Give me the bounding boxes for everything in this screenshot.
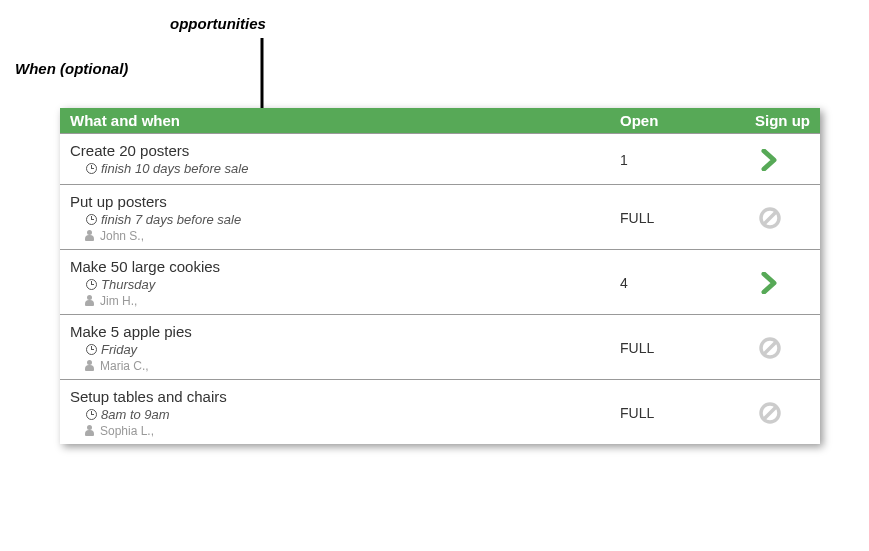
signup-full	[730, 206, 810, 230]
task-who: Jim H.,	[84, 294, 620, 308]
chevron-right-icon	[760, 149, 780, 171]
prohibit-icon	[758, 401, 782, 425]
prohibit-icon	[758, 336, 782, 360]
clock-icon	[86, 163, 97, 174]
task-title: Setup tables and chairs	[70, 388, 620, 405]
signup-full	[730, 336, 810, 360]
person-icon	[84, 425, 96, 437]
task-when-text: 8am to 9am	[101, 407, 170, 422]
task-title: Put up posters	[70, 193, 620, 210]
task-when-text: Thursday	[101, 277, 155, 292]
task-title: Create 20 posters	[70, 142, 620, 159]
task-who-text: Jim H.,	[100, 294, 137, 308]
task-who-text: Maria C.,	[100, 359, 149, 373]
annotation-top-line2: opportunities	[170, 15, 266, 32]
task-open: FULL	[620, 340, 730, 356]
svg-line-4	[764, 342, 776, 354]
task-who: John S.,	[84, 229, 620, 243]
signup-action[interactable]	[730, 149, 810, 171]
table-row: Put up posters finish 7 days before sale…	[60, 184, 820, 249]
person-icon	[84, 360, 96, 372]
prohibit-icon	[758, 206, 782, 230]
signup-full	[730, 401, 810, 425]
task-open: FULL	[620, 210, 730, 226]
task-title: Make 5 apple pies	[70, 323, 620, 340]
chevron-right-icon	[760, 272, 780, 294]
table-header: What and when Open Sign up	[60, 108, 820, 133]
task-who: Maria C.,	[84, 359, 620, 373]
task-when: 8am to 9am	[86, 407, 620, 422]
task-title: Make 50 large cookies	[70, 258, 620, 275]
clock-icon	[86, 344, 97, 355]
person-icon	[84, 230, 96, 242]
task-when: Friday	[86, 342, 620, 357]
table-row: Make 5 apple pies Friday Maria C., FULL	[60, 314, 820, 379]
table-row: Create 20 posters finish 10 days before …	[60, 133, 820, 184]
task-when: Thursday	[86, 277, 620, 292]
person-icon	[84, 295, 96, 307]
signup-table: What and when Open Sign up Create 20 pos…	[60, 108, 820, 444]
svg-line-2	[764, 212, 776, 224]
header-open: Open	[620, 112, 730, 129]
header-what-when: What and when	[70, 112, 620, 129]
task-when: finish 7 days before sale	[86, 212, 620, 227]
table-row: Make 50 large cookies Thursday Jim H., 4	[60, 249, 820, 314]
signup-action[interactable]	[730, 272, 810, 294]
task-who: Sophia L.,	[84, 424, 620, 438]
task-open: 1	[620, 152, 730, 168]
clock-icon	[86, 409, 97, 420]
task-when: finish 10 days before sale	[86, 161, 620, 176]
clock-icon	[86, 279, 97, 290]
svg-line-6	[764, 407, 776, 419]
task-when-text: finish 10 days before sale	[101, 161, 248, 176]
task-who-text: Sophia L.,	[100, 424, 154, 438]
table-row: Setup tables and chairs 8am to 9am Sophi…	[60, 379, 820, 444]
task-when-text: finish 7 days before sale	[101, 212, 241, 227]
task-who-text: John S.,	[100, 229, 144, 243]
task-when-text: Friday	[101, 342, 137, 357]
header-signup: Sign up	[730, 112, 810, 129]
annotation-top: opportunities	[170, 15, 266, 32]
task-open: FULL	[620, 405, 730, 421]
task-open: 4	[620, 275, 730, 291]
clock-icon	[86, 214, 97, 225]
annotation-left: When (optional)	[15, 60, 128, 77]
